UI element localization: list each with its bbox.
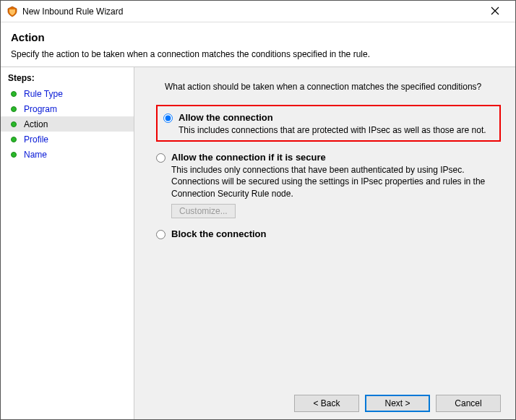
- steps-sidebar: Steps: Rule Type Program Action Profile …: [1, 67, 134, 419]
- option-allow[interactable]: Allow the connection This includes conne…: [163, 112, 494, 136]
- wizard-window: New Inbound Rule Wizard Action Specify t…: [0, 0, 516, 420]
- step-program[interactable]: Program: [1, 101, 134, 116]
- wizard-body: Steps: Rule Type Program Action Profile …: [1, 67, 515, 419]
- titlebar: New Inbound Rule Wizard: [1, 1, 515, 22]
- option-allow-secure-desc: This includes only connections that have…: [171, 164, 501, 200]
- page-title: Action: [11, 31, 505, 43]
- highlighted-selection: Allow the connection This includes conne…: [156, 105, 501, 142]
- step-bullet-icon: [11, 121, 17, 127]
- step-action[interactable]: Action: [1, 116, 134, 132]
- page-subtitle: Specify the action to be taken when a co…: [11, 49, 505, 59]
- step-bullet-icon: [11, 91, 17, 97]
- option-allow-body: Allow the connection This includes conne…: [179, 112, 494, 136]
- option-allow-secure[interactable]: Allow the connection if it is secure Thi…: [156, 152, 501, 218]
- customize-button: Customize...: [171, 204, 236, 218]
- main-panel: What action should be taken when a conne…: [134, 67, 515, 419]
- steps-label: Steps:: [1, 73, 134, 86]
- wizard-footer: < Back Next > Cancel: [149, 387, 501, 412]
- option-allow-secure-body: Allow the connection if it is secure Thi…: [171, 152, 501, 218]
- option-allow-title: Allow the connection: [179, 112, 494, 123]
- back-button[interactable]: < Back: [294, 395, 359, 412]
- option-block[interactable]: Block the connection: [156, 228, 501, 241]
- close-button[interactable]: [481, 6, 509, 17]
- step-name[interactable]: Name: [1, 147, 134, 162]
- radio-allow-secure[interactable]: [156, 153, 165, 163]
- step-bullet-icon: [11, 152, 17, 158]
- step-label: Profile: [24, 134, 48, 145]
- option-block-body: Block the connection: [171, 228, 501, 241]
- radio-block[interactable]: [156, 230, 165, 239]
- step-bullet-icon: [11, 137, 17, 142]
- action-question: What action should be taken when a conne…: [165, 82, 501, 92]
- option-block-title: Block the connection: [171, 228, 501, 239]
- step-profile[interactable]: Profile: [1, 132, 134, 147]
- window-title: New Inbound Rule Wizard: [22, 7, 481, 17]
- step-rule-type[interactable]: Rule Type: [1, 86, 134, 101]
- step-label: Name: [24, 150, 47, 160]
- step-label: Rule Type: [24, 89, 63, 99]
- step-label: Program: [24, 104, 57, 114]
- app-icon: [7, 6, 18, 17]
- option-allow-desc: This includes connections that are prote…: [179, 124, 494, 136]
- page-header: Action Specify the action to be taken wh…: [1, 22, 515, 67]
- cancel-button[interactable]: Cancel: [436, 395, 501, 412]
- step-bullet-icon: [11, 106, 17, 112]
- next-button[interactable]: Next >: [365, 395, 430, 412]
- step-label: Action: [24, 119, 48, 129]
- radio-allow[interactable]: [163, 113, 173, 123]
- action-options: Allow the connection This includes conne…: [156, 105, 501, 251]
- option-allow-secure-title: Allow the connection if it is secure: [171, 152, 501, 163]
